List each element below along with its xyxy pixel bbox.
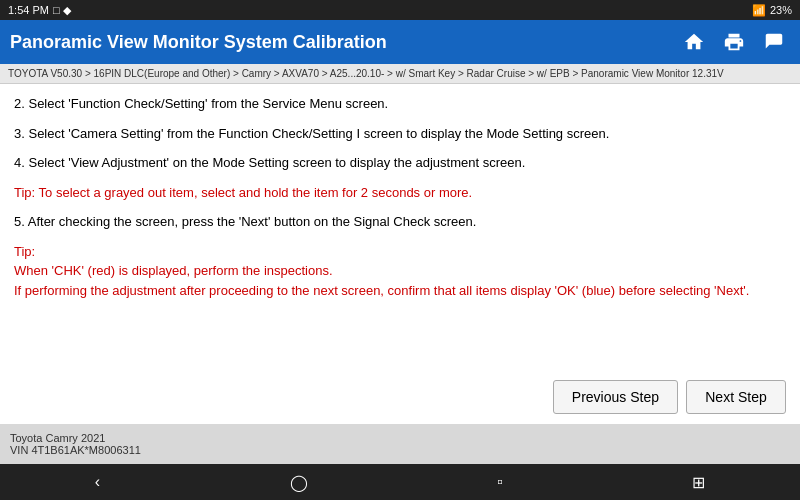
back-button[interactable]: ‹ <box>83 469 112 495</box>
breadcrumb-text: TOYOTA V50.30 > 16PIN DLC(Europe and Oth… <box>8 68 724 79</box>
button-row: Previous Step Next Step <box>0 370 800 424</box>
status-bar-left: 1:54 PM □ ◆ <box>8 4 71 17</box>
square-nav-button[interactable]: ▫ <box>485 469 515 495</box>
export-button[interactable] <box>758 26 790 58</box>
battery-display: 23% <box>770 4 792 16</box>
footer-line2: VIN 4T1B61AK*M8006311 <box>10 444 790 456</box>
breadcrumb: TOYOTA V50.30 > 16PIN DLC(Europe and Oth… <box>0 64 800 84</box>
step-4-text: Select 'View Adjustment' on the Mode Set… <box>28 155 525 170</box>
tip-4: Tip: To select a grayed out item, select… <box>14 183 786 203</box>
step-2-text: Select 'Function Check/Setting' from the… <box>28 96 388 111</box>
step-4: 4. Select 'View Adjustment' on the Mode … <box>14 153 786 173</box>
time-display: 1:54 PM <box>8 4 49 16</box>
apps-nav-button[interactable]: ⊞ <box>680 469 717 496</box>
status-bar: 1:54 PM □ ◆ 📶 23% <box>0 0 800 20</box>
step-3: 3. Select 'Camera Setting' from the Func… <box>14 124 786 144</box>
title-bar-icons <box>678 26 790 58</box>
step-2-number: 2. <box>14 96 28 111</box>
print-button[interactable] <box>718 26 750 58</box>
step-3-text: Select 'Camera Setting' from the Functio… <box>28 126 609 141</box>
step-5-text: After checking the screen, press the 'Ne… <box>28 214 477 229</box>
footer: Toyota Camry 2021 VIN 4T1B61AK*M8006311 <box>0 424 800 464</box>
step-3-number: 3. <box>14 126 28 141</box>
tip-4-text: Tip: To select a grayed out item, select… <box>14 185 472 200</box>
android-nav-bar: ‹ ◯ ▫ ⊞ <box>0 464 800 500</box>
tip-5-line1: Tip:When 'CHK' (red) is displayed, perfo… <box>14 244 749 298</box>
tip-5: Tip:When 'CHK' (red) is displayed, perfo… <box>14 242 786 301</box>
home-nav-button[interactable]: ◯ <box>278 469 320 496</box>
footer-line1: Toyota Camry 2021 <box>10 432 790 444</box>
status-bar-right: 📶 23% <box>752 4 792 17</box>
step-2: 2. Select 'Function Check/Setting' from … <box>14 94 786 114</box>
title-bar: Panoramic View Monitor System Calibratio… <box>0 20 800 64</box>
step-5-number: 5. <box>14 214 28 229</box>
next-step-button[interactable]: Next Step <box>686 380 786 414</box>
previous-step-button[interactable]: Previous Step <box>553 380 678 414</box>
home-button[interactable] <box>678 26 710 58</box>
step-5: 5. After checking the screen, press the … <box>14 212 786 232</box>
main-content: 2. Select 'Function Check/Setting' from … <box>0 84 800 370</box>
android-icons: □ ◆ <box>53 4 71 17</box>
step-4-number: 4. <box>14 155 28 170</box>
page-title: Panoramic View Monitor System Calibratio… <box>10 32 387 53</box>
bluetooth-icon: 📶 <box>752 4 766 17</box>
